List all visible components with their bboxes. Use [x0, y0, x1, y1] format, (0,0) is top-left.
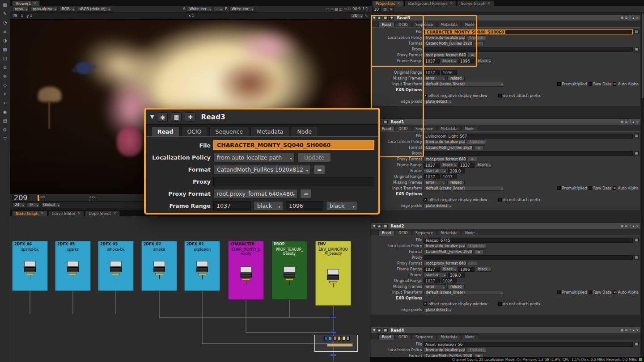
frame-mode-select[interactable]: start at: [424, 273, 447, 278]
transform-icon[interactable]: ✜: [1, 73, 8, 80]
time-icon[interactable]: ◔: [1, 20, 8, 26]
tab-viewer1[interactable]: Viewer1 ×: [12, 0, 40, 6]
backdrop-2dfx01[interactable]: 2DFX_01 explosion: [184, 241, 220, 291]
scrollbar-thumb[interactable]: [642, 13, 644, 98]
frame-first-field[interactable]: 1037: [424, 267, 440, 272]
localization-policy-select[interactable]: from auto-localize path: [213, 153, 295, 162]
3d-icon[interactable]: ◇: [1, 82, 8, 88]
tab-ocio[interactable]: OCIO: [181, 126, 208, 136]
reload-button[interactable]: reload: [447, 76, 465, 81]
tab-node[interactable]: Node: [462, 334, 478, 340]
tab-sequence[interactable]: Sequence: [412, 22, 436, 27]
tab-ocio[interactable]: OCIO: [395, 334, 411, 340]
input-a-select[interactable]: Write_exr: [187, 7, 212, 12]
write-node[interactable]: [327, 343, 353, 347]
auto-alpha-checkbox[interactable]: ×: [613, 290, 616, 294]
edge-pixels-select[interactable]: plate detect: [424, 99, 452, 104]
backdrop-2dfx03[interactable]: 2DFX_03 smoke-bk: [98, 241, 134, 291]
update-button[interactable]: Update: [467, 35, 486, 40]
close-icon[interactable]: ×: [78, 211, 81, 216]
localization-policy-select[interactable]: from auto-localize path: [424, 348, 466, 353]
float-icon[interactable]: ⧉: [625, 16, 627, 20]
view-mode-select[interactable]: 2D: [350, 13, 363, 18]
dot-node[interactable]: [330, 316, 336, 319]
tab-ocio[interactable]: OCIO: [395, 230, 411, 236]
tab-read[interactable]: Read: [151, 126, 180, 136]
missing-frames-select[interactable]: error: [424, 284, 446, 289]
dot-node[interactable]: [330, 354, 336, 356]
raw-data-checkbox[interactable]: [589, 290, 592, 294]
input-transform-select[interactable]: default (scene_linear): [424, 186, 504, 191]
proxy-field[interactable]: [424, 255, 633, 260]
missing-frames-select[interactable]: error: [424, 76, 446, 81]
file-browse-icon[interactable]: ▤: [634, 29, 639, 34]
no-prefix-checkbox[interactable]: [498, 198, 502, 202]
tab-read[interactable]: Read: [378, 334, 394, 340]
tab-sequence[interactable]: Sequence: [209, 126, 250, 136]
tab-read[interactable]: Read: [378, 22, 394, 27]
format-select[interactable]: CatandMoth_FullRes 1920x812: [424, 41, 473, 46]
tab-curve-editor[interactable]: Curve Editor ×: [48, 210, 85, 216]
tab-ocio[interactable]: OCIO: [395, 126, 411, 131]
no-prefix-checkbox[interactable]: [498, 302, 502, 306]
offset-negative-checkbox[interactable]: ×: [424, 94, 427, 97]
proxy-format-equals-button[interactable]: =: [300, 189, 312, 198]
input-b-select[interactable]: Write_exr: [229, 7, 254, 12]
minimize-icon[interactable]: ▴: [633, 328, 635, 332]
auto-alpha-checkbox[interactable]: ×: [613, 82, 616, 86]
format-equals-button[interactable]: =: [474, 41, 483, 46]
layer-select[interactable]: rgba: [13, 7, 29, 12]
close-icon[interactable]: ×: [113, 211, 116, 216]
raw-data-checkbox[interactable]: [589, 186, 592, 190]
file-field[interactable]: Livingroom_Light_S67: [424, 134, 633, 139]
read-node-thumb[interactable]: [67, 261, 79, 279]
minimize-icon[interactable]: ▴: [633, 120, 635, 124]
frame-last-field[interactable]: 1096: [458, 59, 475, 63]
tab-ocio[interactable]: OCIO: [395, 22, 411, 27]
read-node-thumb[interactable]: [153, 261, 165, 279]
close-icon[interactable]: ×: [33, 1, 36, 6]
file-browse-icon[interactable]: ▤: [634, 342, 639, 346]
merge-node[interactable]: [347, 336, 350, 341]
filter-icon[interactable]: ▩: [1, 46, 8, 53]
update-button[interactable]: Update: [297, 153, 331, 162]
raw-data-checkbox[interactable]: [589, 82, 592, 86]
close-icon[interactable]: ×: [636, 328, 639, 332]
update-button[interactable]: Update: [467, 348, 486, 353]
proxy-field[interactable]: [424, 47, 633, 52]
format-select[interactable]: CatandMoth_FullRes 1920x812: [213, 165, 311, 174]
proxy-field[interactable]: [424, 151, 633, 156]
node-graph-canvas[interactable]: 2DFX_06 sparks-bk 2DFX_05 sparks 2DFX_03…: [10, 217, 370, 362]
menu-icon[interactable]: ▤: [620, 224, 623, 228]
menu-icon[interactable]: ▤: [620, 328, 623, 332]
max-panels-field[interactable]: 10: [372, 7, 381, 12]
tab-node[interactable]: Node: [462, 22, 478, 27]
particles-icon[interactable]: ✳: [1, 91, 8, 97]
annotate-icon[interactable]: ✎: [365, 14, 368, 18]
file-browse-icon[interactable]: ▤: [634, 134, 639, 138]
help-icon[interactable]: ?: [629, 16, 631, 20]
gamma-label[interactable]: y 1: [27, 14, 32, 18]
proxy-format-equals-button[interactable]: =: [468, 53, 477, 58]
viewer-toolbar-icons[interactable]: ▭ ⊞ ▦ ◫ ⊡ ↻: [326, 7, 351, 11]
update-button[interactable]: Update: [467, 139, 486, 144]
postage-stamp-icon[interactable]: ▦: [383, 224, 388, 228]
merge-node[interactable]: [342, 336, 345, 341]
tf-select[interactable]: TF: [27, 202, 39, 207]
format-select[interactable]: CatandMoth_FullRes 1920x812: [424, 354, 473, 358]
tab-metadata[interactable]: Metadata: [250, 126, 289, 136]
file-field[interactable]: Teacup_6745: [424, 238, 633, 243]
tab-metadata[interactable]: Metadata: [437, 230, 461, 236]
proxy-format-select[interactable]: root.proxy_format 640x480: [424, 157, 466, 162]
center-node-icon[interactable]: ◉: [157, 112, 168, 122]
premultiplied-checkbox[interactable]: [557, 186, 561, 190]
float-icon[interactable]: ⧉: [625, 120, 627, 124]
frame-first-mode-select[interactable]: black: [441, 163, 457, 168]
format-equals-button[interactable]: =: [474, 249, 483, 254]
tab-node-graph[interactable]: Node Graph ×: [12, 210, 47, 216]
localization-policy-select[interactable]: from auto-localize path: [424, 244, 466, 248]
close-icon[interactable]: ×: [636, 16, 639, 20]
auto-alpha-checkbox[interactable]: ×: [613, 186, 616, 190]
file-field[interactable]: CHARACTER_MONTY_SQ040_SH0060: [213, 140, 374, 150]
proxy-format-select[interactable]: root.proxy_format 640x480: [424, 261, 466, 266]
